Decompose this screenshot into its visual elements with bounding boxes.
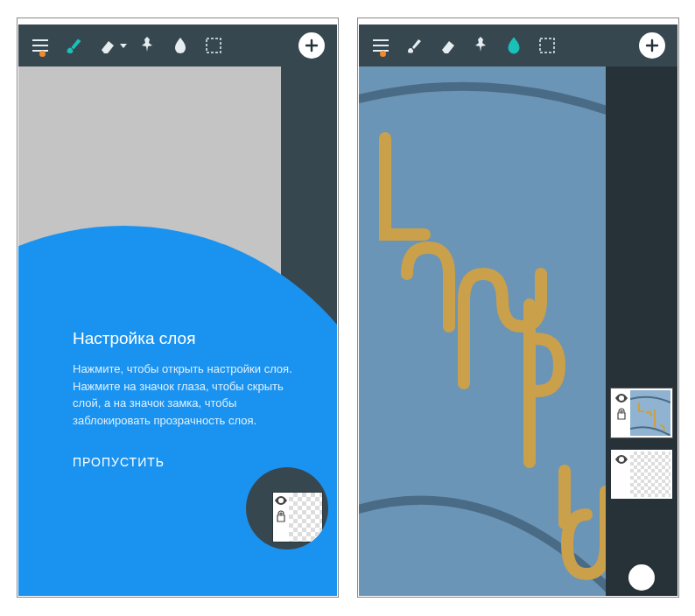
notification-dot-icon — [380, 51, 386, 57]
tutorial-hint: Настройка слоя Нажмите, чтобы открыть на… — [73, 329, 309, 469]
layer-item-1[interactable] — [611, 388, 672, 438]
skip-button[interactable]: ПРОПУСТИТЬ — [73, 455, 309, 469]
eraser-icon[interactable] — [431, 24, 464, 66]
add-button[interactable] — [298, 32, 325, 59]
layer-preview — [630, 452, 670, 497]
menu-icon[interactable] — [364, 24, 397, 66]
brush-icon[interactable] — [397, 24, 431, 66]
svg-rect-1 — [540, 38, 554, 52]
add-button[interactable] — [639, 32, 665, 59]
layer-preview — [630, 390, 670, 436]
pin-icon[interactable] — [130, 24, 164, 66]
hint-body: Нажмите, чтобы открыть настройки слоя. Н… — [73, 360, 309, 429]
svg-rect-0 — [207, 38, 221, 52]
screenshot-left: Настройка слоя Нажмите, чтобы открыть на… — [17, 18, 339, 598]
eye-icon[interactable] — [615, 455, 628, 464]
smudge-icon[interactable] — [164, 24, 197, 66]
layer-preview — [289, 493, 322, 542]
brush-icon[interactable] — [57, 24, 90, 66]
notification-dot-icon — [39, 51, 46, 57]
screen-left: Настройка слоя Нажмите, чтобы открыть на… — [18, 24, 337, 596]
menu-icon[interactable] — [24, 24, 57, 66]
toolbar — [18, 24, 337, 66]
eye-icon[interactable] — [615, 394, 628, 402]
home-indicator-icon — [628, 564, 655, 591]
select-icon[interactable] — [530, 24, 564, 66]
hint-title: Настройка слоя — [73, 329, 309, 348]
layer-thumbnail[interactable] — [272, 492, 323, 542]
smudge-icon[interactable] — [497, 24, 530, 66]
spotlight-cutout[interactable] — [246, 467, 328, 550]
eraser-dropdown-icon[interactable] — [118, 24, 129, 66]
layer-item-2[interactable] — [611, 450, 672, 499]
eye-icon[interactable] — [275, 496, 287, 505]
lock-icon[interactable] — [616, 408, 627, 420]
layers-stack — [611, 388, 672, 511]
lock-icon[interactable] — [276, 510, 286, 522]
pin-icon[interactable] — [464, 24, 497, 66]
screenshot-right — [357, 18, 679, 598]
home-indicator-icon — [302, 580, 311, 589]
select-icon[interactable] — [197, 24, 230, 66]
toolbar — [359, 24, 677, 66]
screen-right — [359, 24, 677, 596]
